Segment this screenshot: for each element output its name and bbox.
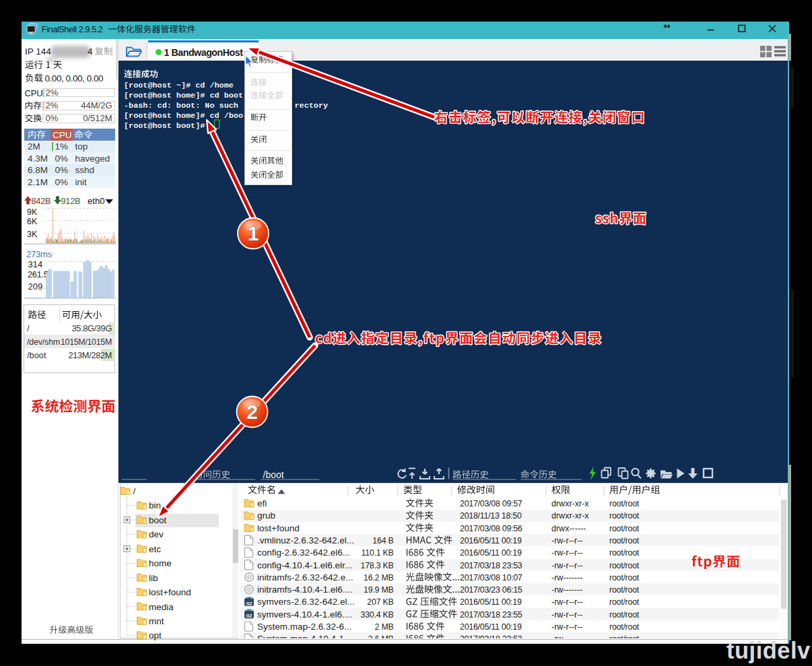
svg-text:2017/03/08 09:57: 2017/03/08 09:57 [460,499,522,508]
svg-text:efi: efi [257,498,267,508]
svg-text:haveged: haveged [75,154,110,164]
svg-text:drwxr-xr-x: drwxr-xr-x [551,499,589,508]
svg-text:2M: 2M [28,141,40,152]
svg-text:1 BandwagonHost: 1 BandwagonHost [164,47,244,58]
svg-text:.vmlinuz-2.6.32-642.el...: .vmlinuz-2.6.32-642.el... [257,535,354,545]
svg-text:rectory: rectory [295,101,329,110]
svg-text:root/root: root/root [609,597,640,607]
svg-text:System.map-4.10.4-1...: System.map-4.10.4-1... [257,634,351,644]
svg-text:etc: etc [149,544,161,554]
svg-text:1: 1 [248,222,259,244]
svg-text:2 MB: 2 MB [375,622,394,632]
svg-text:2: 2 [246,401,258,423]
svg-text:bin: bin [149,500,161,510]
svg-text:2.6 MB: 2.6 MB [368,634,394,644]
svg-text:2017/03/23 06:15: 2017/03/23 06:15 [460,585,522,595]
svg-text:initramfs-2.6.32-642.e...: initramfs-2.6.32-642.e... [257,572,353,582]
svg-text:-rw-------: -rw------- [551,573,583,582]
svg-text:[root@host boot]#: [root@host boot]# [124,121,205,131]
svg-text:0/512M: 0/512M [83,113,112,123]
svg-text:CPU: CPU [25,88,43,98]
svg-text:0%: 0% [55,165,69,175]
svg-text:261.5: 261.5 [28,269,48,279]
svg-text:root/root: root/root [609,536,640,545]
svg-text:2.1M: 2.1M [28,177,48,187]
svg-text:root/root: root/root [609,610,640,620]
svg-text:912B: 912B [61,196,81,206]
svg-text:tujidelv: tujidelv [726,638,811,663]
svg-text:config-2.6.32-642.el6...: config-2.6.32-642.el6... [257,547,350,558]
svg-text:35.8G/39G: 35.8G/39G [72,323,112,333]
svg-text:2017/03/08 10:07: 2017/03/08 10:07 [460,573,522,582]
svg-text:/boot: /boot [263,469,284,480]
svg-text:1%: 1% [55,141,69,152]
svg-text:mnt: mnt [149,616,164,626]
svg-text:2016/05/11 00:19: 2016/05/11 00:19 [460,597,522,607]
svg-text:2017/03/18 23:53: 2017/03/18 23:53 [460,561,522,570]
svg-text:2017/03/18 23:55: 2017/03/18 23:55 [460,610,522,620]
svg-text:3K: 3K [27,230,38,239]
svg-text:-bash: cd: boot: No such: -bash: cd: boot: No such [124,101,238,110]
svg-text:330.4 KB: 330.4 KB [361,610,394,620]
svg-text:[root@host home]# cd boot: [root@host home]# cd boot [124,91,243,100]
svg-text:4: 4 [88,46,93,57]
svg-text:2016/05/11 00:19: 2016/05/11 00:19 [460,622,522,632]
svg-text:-rw-r--r--: -rw-r--r-- [551,610,583,620]
svg-text:0%: 0% [55,154,69,164]
svg-text:-rw-------: -rw------- [551,634,583,644]
svg-text:symvers-2.6.32-642.el...: symvers-2.6.32-642.el... [257,597,355,607]
svg-text:-rw-r--r--: -rw-r--r-- [551,561,583,570]
svg-text:207 KB: 207 KB [367,597,393,607]
svg-text:6K: 6K [27,217,38,226]
svg-text:110.1 KB: 110.1 KB [361,548,393,558]
svg-text:6.8M: 6.8M [28,165,48,175]
svg-text:init: init [75,177,88,187]
svg-text:IP 144: IP 144 [25,46,51,57]
svg-text:eth0: eth0 [88,196,105,206]
svg-text:sshd: sshd [75,165,95,175]
svg-text:4.3M: 4.3M [28,154,48,164]
svg-text:273ms: 273ms [26,249,53,259]
svg-text:[root@host home]# cd /boo: [root@host home]# cd /boo [124,111,243,121]
svg-text:0%: 0% [46,113,59,123]
svg-text:-rw-------: -rw------- [551,585,583,595]
svg-text:/dev/shm: /dev/shm [27,337,60,347]
svg-text:root/root: root/root [609,524,640,533]
svg-text:/boot: /boot [27,350,46,360]
svg-text:178.3 KB: 178.3 KB [361,561,394,570]
svg-text:root/root: root/root [609,511,640,521]
svg-text:opt: opt [149,630,162,640]
svg-text:CPU: CPU [53,130,72,140]
svg-text:dev: dev [149,529,164,539]
svg-text:root/root: root/root [609,622,640,632]
svg-text:root/root: root/root [609,548,640,558]
svg-text:[root@host ~]# cd /home: [root@host ~]# cd /home [124,81,234,90]
svg-text:drwx------: drwx------ [551,524,586,533]
svg-text:-rw-r--r--: -rw-r--r-- [551,536,583,545]
svg-text:2017/03/18 23:53: 2017/03/18 23:53 [460,634,522,644]
svg-text:-rw-r--r--: -rw-r--r-- [551,622,583,632]
svg-text:19.9 MB: 19.9 MB [364,585,393,595]
svg-text:/: / [27,323,30,333]
svg-text:FinalShell 2.9.5.2: FinalShell 2.9.5.2 [42,24,103,34]
svg-text:/: / [133,486,136,496]
svg-text:842B: 842B [32,196,51,206]
svg-text:2%: 2% [46,88,59,98]
svg-text:root/root: root/root [609,585,640,595]
svg-text:root/root: root/root [609,634,640,644]
svg-text:0.00, 0.00, 0.00: 0.00, 0.00, 0.00 [45,73,104,84]
svg-text:root/root: root/root [609,573,640,582]
svg-text:GZ: GZ [246,613,252,618]
svg-text:2%: 2% [46,100,59,110]
svg-text:drwxr-xr-x: drwxr-xr-x [551,511,589,521]
svg-text:root/root: root/root [609,561,640,570]
svg-text:314: 314 [28,259,43,269]
svg-text:209: 209 [28,281,43,292]
svg-text:top: top [75,141,88,152]
svg-text:config-4.10.4-1.el6.elr...: config-4.10.4-1.el6.elr... [257,560,352,570]
svg-text:lib: lib [149,573,158,583]
svg-text:9K: 9K [27,207,38,217]
svg-text:initramfs-4.10.4-1.el6....: initramfs-4.10.4-1.el6.... [257,585,353,595]
svg-text:lost+found: lost+found [149,587,191,597]
svg-text:2016/05/11 00:19: 2016/05/11 00:19 [460,536,522,545]
